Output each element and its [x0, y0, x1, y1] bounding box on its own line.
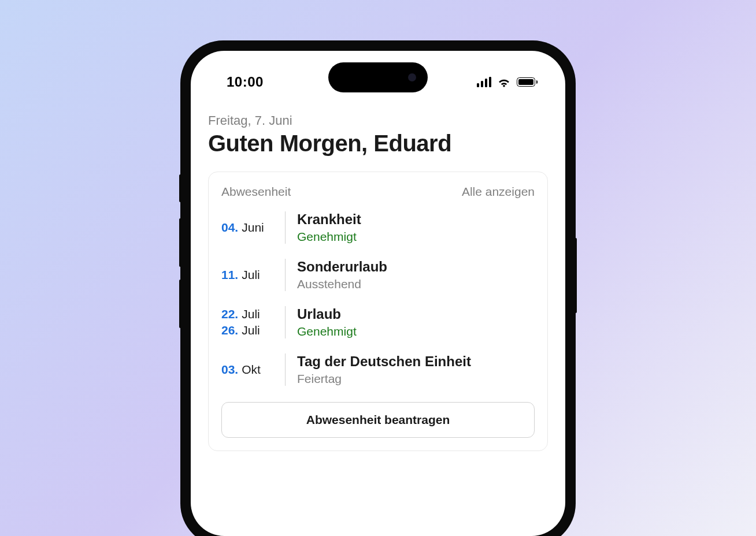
phone-frame: 10:00 Freitag, 7. — [181, 42, 575, 536]
greeting-heading: Guten Morgen, Eduard — [208, 131, 548, 157]
absence-info-column: KrankheitGenehmigt — [297, 211, 361, 244]
status-time: 10:00 — [227, 74, 264, 90]
absence-card-header: Abwesenheit Alle anzeigen — [221, 185, 535, 199]
absence-date-day: 11. — [221, 268, 238, 282]
main-content: Freitag, 7. Juni Guten Morgen, Eduard Ab… — [191, 97, 565, 451]
absence-date: 26.Juli — [221, 323, 285, 337]
dynamic-island — [328, 62, 428, 92]
request-absence-button[interactable]: Abwesenheit beantragen — [221, 402, 535, 438]
vertical-divider — [285, 211, 286, 244]
phone-power-button — [575, 238, 577, 313]
absence-type: Krankheit — [297, 211, 361, 228]
absence-date: 04.Juni — [221, 221, 285, 234]
vertical-divider — [285, 353, 286, 386]
absence-card: Abwesenheit Alle anzeigen 04.JuniKrankhe… — [208, 172, 548, 451]
absence-row[interactable]: 22.Juli26.JuliUrlaubGenehmigt — [221, 306, 535, 338]
absence-date-month: Juli — [242, 323, 260, 337]
wifi-icon — [497, 76, 511, 88]
absence-list: 04.JuniKrankheitGenehmigt11.JuliSonderur… — [221, 211, 535, 386]
phone-volume-up — [179, 218, 181, 267]
absence-date-column: 22.Juli26.Juli — [221, 306, 285, 338]
absence-type: Sonderurlaub — [297, 259, 387, 275]
absence-date-column: 03.Okt — [221, 353, 285, 386]
absence-row[interactable]: 03.OktTag der Deutschen EinheitFeiertag — [221, 353, 535, 386]
absence-date-month: Juli — [242, 307, 260, 321]
absence-status: Feiertag — [297, 372, 471, 386]
absence-date: 22.Juli — [221, 307, 285, 321]
status-icons — [477, 76, 538, 88]
absence-info-column: UrlaubGenehmigt — [297, 306, 357, 338]
absence-date: 03.Okt — [221, 363, 285, 377]
phone-screen: 10:00 Freitag, 7. — [191, 51, 565, 536]
absence-status: Genehmigt — [297, 230, 361, 244]
absence-date-month: Okt — [242, 363, 261, 377]
absence-date-day: 26. — [221, 323, 238, 337]
absence-date: 11.Juli — [221, 268, 285, 282]
absence-type: Urlaub — [297, 306, 357, 322]
absence-info-column: SonderurlaubAusstehend — [297, 259, 387, 291]
current-date: Freitag, 7. Juni — [208, 113, 548, 128]
absence-status: Genehmigt — [297, 325, 357, 338]
phone-silence-switch — [179, 174, 181, 202]
absence-date-month: Juli — [242, 268, 260, 282]
absence-info-column: Tag der Deutschen EinheitFeiertag — [297, 353, 471, 386]
absence-date-day: 22. — [221, 307, 238, 321]
battery-icon — [517, 77, 538, 87]
phone-volume-down — [179, 280, 181, 328]
absence-date-column: 11.Juli — [221, 259, 285, 291]
absence-row[interactable]: 11.JuliSonderurlaubAusstehend — [221, 259, 535, 291]
absence-date-day: 03. — [221, 363, 238, 377]
absence-date-day: 04. — [221, 221, 238, 234]
show-all-link[interactable]: Alle anzeigen — [462, 185, 535, 199]
vertical-divider — [285, 259, 286, 291]
absence-date-month: Juni — [242, 221, 264, 234]
cellular-signal-icon — [477, 77, 492, 87]
vertical-divider — [285, 306, 286, 338]
absence-date-column: 04.Juni — [221, 211, 285, 244]
absence-row[interactable]: 04.JuniKrankheitGenehmigt — [221, 211, 535, 244]
absence-type: Tag der Deutschen Einheit — [297, 353, 471, 370]
absence-status: Ausstehend — [297, 277, 387, 291]
absence-card-title: Abwesenheit — [221, 185, 291, 199]
